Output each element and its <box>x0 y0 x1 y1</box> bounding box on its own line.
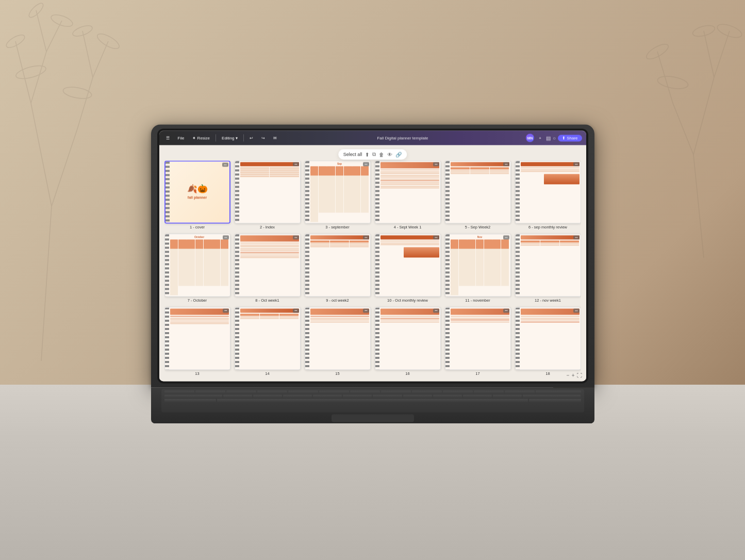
cal-cell <box>476 249 484 258</box>
fullscreen-icon[interactable]: ⛶ <box>577 372 582 378</box>
user-avatar[interactable]: MN <box>526 134 534 142</box>
analytics-icon[interactable]: ▤ <box>546 135 551 141</box>
page-label-8: 8 - Oct week1 <box>255 298 279 303</box>
page-item-11[interactable]: Nov <box>445 234 511 303</box>
page-thumb-13[interactable]: ••• <box>164 307 230 370</box>
page-thumb-7[interactable]: October <box>164 234 230 297</box>
cal-cell <box>459 239 467 249</box>
cal-cell <box>187 258 195 268</box>
line <box>380 318 439 319</box>
line <box>240 242 299 243</box>
page-thumb-15[interactable]: ••• <box>305 307 371 370</box>
svg-point-26 <box>657 74 689 91</box>
page-thumb-6[interactable]: ••• <box>515 160 581 223</box>
cal-cell <box>221 239 229 249</box>
week-cols-9 <box>310 240 369 247</box>
editing-btn[interactable]: Editing ▾ <box>219 135 240 141</box>
page-item-13[interactable]: ••• 13 <box>164 307 230 376</box>
page-thumb-14[interactable]: ••• <box>235 307 301 370</box>
page-item-1[interactable]: 🍂🎃 fall planner ••• 1 - cover <box>164 160 230 229</box>
monthly-review-design-10 <box>375 234 440 296</box>
link-icon[interactable]: 🔗 <box>395 152 402 157</box>
page-label-14: 14 <box>265 371 269 376</box>
cal-cell <box>492 277 501 286</box>
line <box>240 255 299 256</box>
line <box>380 242 439 243</box>
page-item-8[interactable]: ••• 8 - Oct week1 <box>235 234 301 303</box>
cal-cell <box>501 239 509 249</box>
week1-design <box>375 161 440 223</box>
page-item-15[interactable]: ••• 15 <box>305 307 371 376</box>
page-thumb-1[interactable]: 🍂🎃 fall planner ••• <box>164 160 230 223</box>
page-item-6[interactable]: ••• 6 - sep monthly review <box>515 160 581 229</box>
line <box>380 184 439 185</box>
file-menu[interactable]: File <box>175 135 187 141</box>
page-item-9[interactable]: ••• 9 - oct week2 <box>305 234 371 303</box>
page-thumb-18[interactable]: ••• <box>515 307 581 370</box>
redo-btn[interactable]: ↪ <box>259 135 268 141</box>
page-14-design <box>235 307 300 369</box>
upload-icon[interactable]: ⬆ <box>365 152 369 157</box>
page-item-14[interactable]: ••• 14 <box>235 307 301 376</box>
page-thumb-4[interactable]: ••• <box>375 160 441 223</box>
toolbar-right: MN + ▤ ○ ⬆ Share <box>526 134 582 142</box>
review-lines-10 <box>380 240 439 245</box>
page-thumb-12[interactable]: ••• <box>515 234 581 297</box>
user-icon[interactable]: ○ <box>553 135 556 141</box>
cal-cell <box>361 204 369 213</box>
page-thumb-11[interactable]: Nov <box>445 234 511 297</box>
review-lines-6 <box>521 167 580 172</box>
page-item-10[interactable]: ••• 10 - Oct monthly review <box>375 234 441 303</box>
hamburger-menu[interactable]: ☰ <box>163 135 172 141</box>
week-col-2 <box>470 167 489 174</box>
cal-cell <box>319 204 327 213</box>
cal-cell <box>352 166 360 175</box>
cal-cell <box>352 204 360 213</box>
svg-line-8 <box>82 31 93 77</box>
copy-icon[interactable]: ⧉ <box>372 151 376 157</box>
zoom-in-icon[interactable]: + <box>572 372 575 378</box>
key <box>443 390 473 393</box>
page-thumb-5[interactable]: ••• <box>445 160 511 223</box>
svg-line-9 <box>93 41 108 77</box>
review-header-10 <box>380 235 439 239</box>
page-thumb-10[interactable]: ••• <box>375 234 441 297</box>
page-item-5[interactable]: ••• 5 - Sep Week2 <box>445 160 511 229</box>
page-item-17[interactable]: ••• 17 <box>445 307 511 376</box>
mail-icon[interactable]: ✉ <box>271 135 279 141</box>
key <box>319 390 349 393</box>
cal-cell <box>327 204 335 213</box>
page-thumb-9[interactable]: ••• <box>305 234 371 297</box>
page-thumb-16[interactable]: ••• <box>375 307 441 370</box>
page-item-12[interactable]: ••• 12 - nov week1 <box>515 234 581 303</box>
resize-btn[interactable]: ✦ Resize <box>190 135 212 141</box>
zoom-out-icon[interactable]: − <box>567 372 570 378</box>
page-item-4[interactable]: ••• 4 - Sept Week 1 <box>375 160 441 229</box>
wcol-line <box>540 244 559 245</box>
page-thumb-8[interactable]: ••• <box>235 234 301 297</box>
undo-btn[interactable]: ↩ <box>247 135 256 141</box>
page-thumb-2[interactable]: ••• <box>235 160 301 223</box>
page-thumb-3[interactable]: Sep <box>305 160 371 223</box>
page-item-16[interactable]: ••• 16 <box>375 307 441 376</box>
page-badge-4: ••• <box>433 162 439 166</box>
plus-btn[interactable]: + <box>536 135 544 141</box>
wh-14 <box>240 308 299 312</box>
select-all-btn[interactable]: Select all <box>343 152 362 157</box>
line <box>451 321 509 322</box>
share-button[interactable]: ⬆ Share <box>558 135 582 141</box>
page-item-2[interactable]: ••• 2 - Index <box>235 160 301 229</box>
eye-icon[interactable]: 👁 <box>387 152 392 157</box>
page-item-18[interactable]: ••• 18 <box>515 307 581 376</box>
trash-icon[interactable]: 🗑 <box>379 152 384 157</box>
touchpad[interactable] <box>332 414 414 422</box>
ph-18 <box>521 308 580 315</box>
page-thumb-17[interactable]: ••• <box>445 307 511 370</box>
key <box>223 394 252 398</box>
page-item-7[interactable]: October <box>164 234 230 303</box>
page-item-3[interactable]: Sep <box>305 160 371 229</box>
cal-cell <box>212 268 220 277</box>
cal-cell <box>336 204 344 213</box>
cal-cell <box>310 175 319 185</box>
wcol-line <box>490 170 509 171</box>
